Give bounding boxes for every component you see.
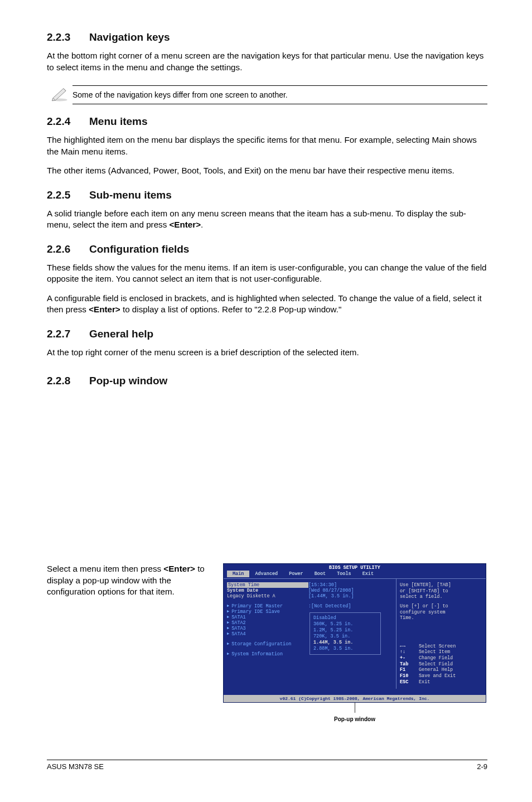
bios-tab-main[interactable]: Main <box>227 571 249 577</box>
heading-num: 2.2.3 <box>47 31 89 44</box>
popup-option[interactable]: 1.2M, 5.25 in. <box>313 627 377 634</box>
legend-val: Select Field <box>419 661 453 668</box>
value: [Wed 08/27/2008] <box>308 588 354 593</box>
paragraph: At the top right corner of the menu scre… <box>47 347 487 359</box>
heading-title: Configuration fields <box>89 243 189 255</box>
page-footer: ASUS M3N78 SE 2-9 <box>47 760 487 771</box>
paragraph: A solid triangle before each item on any… <box>47 208 487 231</box>
popup-option[interactable]: 720K, 3.5 in. <box>313 634 377 640</box>
popup-option-selected[interactable]: 1.44M, 3.5 in. <box>313 640 377 646</box>
legend-row: +-Change Field <box>400 655 482 661</box>
label: SATA1 <box>227 615 308 620</box>
heading-224: 2.2.4Menu items <box>47 115 487 128</box>
key-enter: <Enter> <box>170 220 201 229</box>
text: A solid triangle before each item on any… <box>47 209 466 230</box>
legend-key: F1 <box>400 667 419 673</box>
popup-description: Select a menu item then press <Enter> to… <box>47 563 214 598</box>
paragraph: The highlighted item on the menu bar dis… <box>47 134 487 157</box>
paragraph: A configurable field is enclosed in brac… <box>47 293 487 316</box>
label: Storage Configuration <box>227 641 291 647</box>
section-general-help: 2.2.7General help At the top right corne… <box>47 328 487 359</box>
note-block: Some of the navigation keys differ from … <box>47 85 487 104</box>
heading-227: 2.2.7General help <box>47 328 487 340</box>
bios-window: BIOS SETUP UTILITY Main Advanced Power B… <box>223 563 486 703</box>
popup-option[interactable]: Disabled <box>313 615 377 621</box>
bios-tab-advanced[interactable]: Advanced <box>249 571 283 577</box>
section-popup-window: 2.2.8Pop-up window <box>47 375 487 387</box>
help-line: or [SHIFT-TAB] to <box>400 588 482 595</box>
help-line: select a field. <box>400 594 482 600</box>
bios-screenshot: BIOS SETUP UTILITY Main Advanced Power B… <box>223 563 486 722</box>
label: SATA3 <box>227 626 308 631</box>
paragraph: The other items (Advanced, Power, Boot, … <box>47 165 487 177</box>
legend-key: Tab <box>400 661 419 668</box>
label: SATA2 <box>227 620 308 626</box>
heading-223: 2.2.3Navigation keys <box>47 31 487 44</box>
bios-row-system-time[interactable]: System Time [15:34:30] <box>227 582 393 588</box>
pencil-icon <box>47 85 72 104</box>
help-line: Time. <box>400 615 482 621</box>
heading-226: 2.2.6Configuration fields <box>47 243 487 255</box>
bios-row-primary-master[interactable]: Primary IDE Master :[Not Detected] <box>227 603 393 609</box>
heading-title: General help <box>89 328 153 340</box>
bios-row-system-date[interactable]: System Date [Wed 08/27/2008] <box>227 588 393 593</box>
legend-val: Select Item <box>419 649 450 655</box>
legend-key: +- <box>400 655 419 661</box>
heading-title: Pop-up window <box>89 375 167 386</box>
section-submenu-items: 2.2.5Sub-menu items A solid triangle bef… <box>47 189 487 231</box>
text: to display a list of options. Refer to "… <box>120 305 342 314</box>
popup-option[interactable]: 360K, 5.25 in. <box>313 621 377 627</box>
legend-row: TabSelect Field <box>400 661 482 668</box>
label: Primary IDE Slave <box>227 609 308 615</box>
bios-tab-power[interactable]: Power <box>283 571 309 577</box>
key-enter: <Enter> <box>89 305 120 314</box>
label: System Information <box>227 651 283 657</box>
bios-menubar: Main Advanced Power Boot Tools Exit <box>224 571 486 578</box>
footer-left: ASUS M3N78 SE <box>47 762 104 771</box>
help-line: Use [+] or [-] to <box>400 603 482 610</box>
footer-right: 2-9 <box>477 762 487 771</box>
bios-tab-exit[interactable]: Exit <box>357 571 379 577</box>
value: [15:34:30] <box>308 582 337 588</box>
legend-row: ↑↓Select Item <box>400 649 482 655</box>
note-text: Some of the navigation keys differ from … <box>72 86 487 104</box>
heading-title: Sub-menu items <box>89 189 172 201</box>
bios-popup[interactable]: Disabled 360K, 5.25 in. 1.2M, 5.25 in. 7… <box>309 612 381 655</box>
heading-num: 2.2.6 <box>47 243 89 255</box>
heading-num: 2.2.8 <box>47 375 89 387</box>
callout-line <box>355 703 355 713</box>
heading-225: 2.2.5Sub-menu items <box>47 189 487 201</box>
bios-footer: v02.61 (C)Copyright 1985-2008, American … <box>224 695 486 702</box>
heading-num: 2.2.5 <box>47 189 89 201</box>
popup-option[interactable]: 2.88M, 3.5 in. <box>313 646 377 652</box>
section-config-fields: 2.2.6Configuration fields These fields s… <box>47 243 487 316</box>
help-line: Use [ENTER], [TAB] <box>400 582 482 588</box>
paragraph: These fields show the values for the men… <box>47 262 487 285</box>
legend-row: ←→Select Screen <box>400 644 482 650</box>
section-menu-items: 2.2.4Menu items The highlighted item on … <box>47 115 487 177</box>
label: SATA4 <box>227 631 308 637</box>
heading-title: Navigation keys <box>89 31 170 43</box>
note-text-wrap: Some of the navigation keys differ from … <box>72 85 487 104</box>
help-line: configure system <box>400 610 482 616</box>
legend-val: Change Field <box>419 655 453 661</box>
legend-key: ←→ <box>400 644 419 650</box>
legend-key: ESC <box>400 679 419 685</box>
popup-caption: Pop-up window <box>223 716 486 722</box>
key-enter: <Enter> <box>163 564 195 573</box>
bios-right-pane: Use [ENTER], [TAB] or [SHIFT-TAB] to sel… <box>396 579 486 689</box>
legend-key: ↑↓ <box>400 649 419 655</box>
bios-tab-boot[interactable]: Boot <box>309 571 331 577</box>
text: . <box>201 220 203 229</box>
legend-val: General Help <box>419 667 453 673</box>
label: System Time <box>227 582 308 588</box>
label: System Date <box>227 588 308 593</box>
section-navigation-keys: 2.2.3Navigation keys At the bottom right… <box>47 31 487 73</box>
label: Primary IDE Master <box>227 603 308 609</box>
bios-row-legacy-diskette[interactable]: Legacy Diskette A [1.44M, 3.5 in.] <box>227 593 393 599</box>
bios-left-pane: System Time [15:34:30] System Date [Wed … <box>224 579 396 689</box>
paragraph: At the bottom right corner of a menu scr… <box>47 50 487 73</box>
heading-num: 2.2.7 <box>47 328 89 340</box>
bios-tab-tools[interactable]: Tools <box>331 571 357 577</box>
legend-val: Exit <box>419 679 430 685</box>
